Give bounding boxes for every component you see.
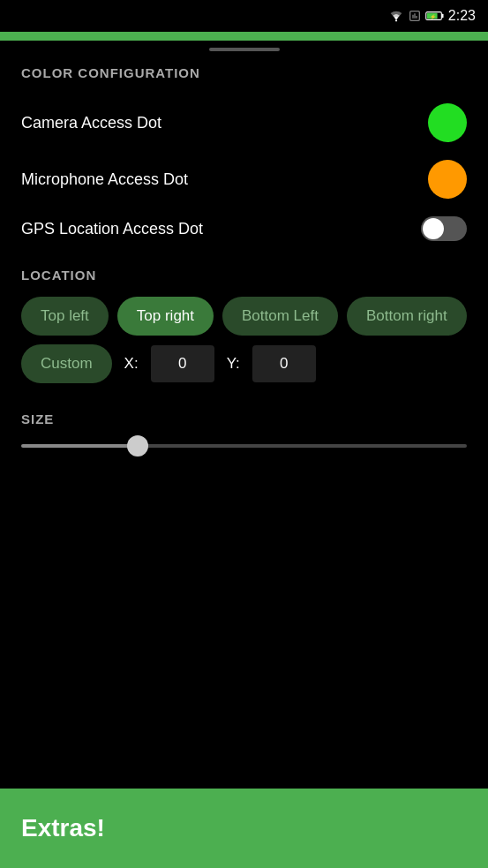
drag-handle[interactable] xyxy=(0,41,488,57)
microphone-access-row: Microphone Access Dot xyxy=(21,151,467,208)
sim-icon xyxy=(408,9,422,23)
extras-label: Extras! xyxy=(21,814,105,842)
extras-bar[interactable]: Extras! xyxy=(0,789,488,868)
color-config-section: COLOR CONFIGURATION Camera Access Dot Mi… xyxy=(21,65,467,250)
top-left-btn[interactable]: Top left xyxy=(21,297,109,336)
camera-access-label: Camera Access Dot xyxy=(21,114,161,132)
toggle-knob xyxy=(423,218,444,239)
status-icons: ⚡ 2:23 xyxy=(388,8,476,24)
custom-btn[interactable]: Custom xyxy=(21,344,112,383)
color-config-title: COLOR CONFIGURATION xyxy=(21,65,467,80)
location-title: LOCATION xyxy=(21,268,467,283)
svg-text:⚡: ⚡ xyxy=(430,13,437,20)
location-section: LOCATION Top left Top right Bottom Left … xyxy=(21,268,467,383)
green-accent-bar xyxy=(0,32,488,41)
wifi-icon xyxy=(388,10,404,22)
y-label: Y: xyxy=(227,355,240,373)
x-input[interactable] xyxy=(151,345,214,382)
gps-location-label: GPS Location Access Dot xyxy=(21,220,203,238)
slider-container xyxy=(21,444,467,448)
camera-access-row: Camera Access Dot xyxy=(21,94,467,151)
top-right-btn[interactable]: Top right xyxy=(117,297,214,336)
microphone-color-dot[interactable] xyxy=(428,160,467,199)
y-input[interactable] xyxy=(252,345,316,382)
location-buttons-group: Top left Top right Bottom Left Bottom ri… xyxy=(21,297,467,336)
gps-location-toggle[interactable] xyxy=(421,216,467,241)
microphone-access-label: Microphone Access Dot xyxy=(21,170,188,189)
custom-row: Custom X: Y: xyxy=(21,344,467,383)
drag-handle-line xyxy=(209,48,280,51)
size-section: SIZE xyxy=(21,411,467,448)
svg-rect-6 xyxy=(441,14,443,18)
status-bar: ⚡ 2:23 xyxy=(0,0,488,32)
x-label: X: xyxy=(124,355,139,373)
clock: 2:23 xyxy=(448,8,476,24)
size-title: SIZE xyxy=(21,411,467,426)
bottom-right-btn[interactable]: Bottom right xyxy=(347,297,467,336)
battery-icon: ⚡ xyxy=(425,10,445,22)
bottom-left-btn[interactable]: Bottom Left xyxy=(222,297,338,336)
main-content: COLOR CONFIGURATION Camera Access Dot Mi… xyxy=(0,57,488,465)
size-slider[interactable] xyxy=(21,444,467,448)
gps-location-row: GPS Location Access Dot xyxy=(21,208,467,250)
svg-point-0 xyxy=(395,19,397,21)
camera-color-dot[interactable] xyxy=(428,103,467,142)
